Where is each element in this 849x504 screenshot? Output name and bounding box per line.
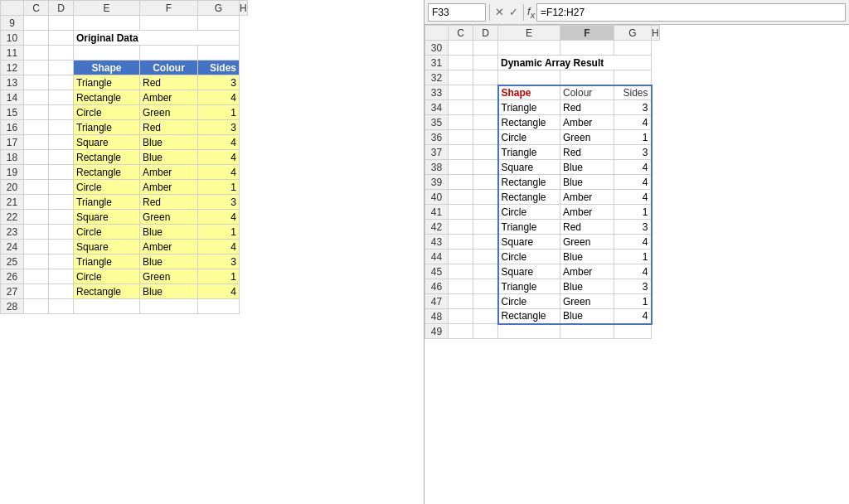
left-colour-24[interactable]: Amber <box>140 240 198 254</box>
left-data-D23[interactable] <box>49 225 74 240</box>
left-hdr-D[interactable] <box>49 61 74 75</box>
right-shape-43[interactable]: Square <box>498 235 560 250</box>
right-data-C37[interactable] <box>449 145 473 160</box>
left-colour-17[interactable]: Blue <box>140 135 198 150</box>
left-data-C25[interactable] <box>24 254 49 269</box>
right-sides-47[interactable]: 1 <box>614 294 652 309</box>
left-empty-28-1[interactable] <box>49 299 74 314</box>
left-colour-22[interactable]: Green <box>140 210 198 225</box>
right-data-D47[interactable] <box>473 294 498 309</box>
right-colour-47[interactable]: Green <box>560 294 614 309</box>
right-empty-32-2[interactable] <box>498 70 560 85</box>
right-colour-43[interactable]: Green <box>560 235 614 250</box>
right-data-C47[interactable] <box>449 294 473 309</box>
right-data-C38[interactable] <box>449 160 473 175</box>
right-data-D41[interactable] <box>473 205 498 220</box>
left-empty-11-2[interactable] <box>74 46 140 61</box>
left-data-D17[interactable] <box>49 135 74 150</box>
left-colour-18[interactable]: Blue <box>140 150 198 165</box>
left-shape-21[interactable]: Triangle <box>74 195 140 210</box>
formula-input[interactable] <box>536 3 846 22</box>
left-colour-27[interactable]: Blue <box>140 284 198 299</box>
left-data-C23[interactable] <box>24 225 49 240</box>
left-data-D18[interactable] <box>49 150 74 165</box>
right-colour-35[interactable]: Amber <box>560 115 614 130</box>
left-empty-11-0[interactable] <box>24 46 49 61</box>
left-colour-14[interactable]: Amber <box>140 90 198 105</box>
right-sides-45[interactable]: 4 <box>614 264 652 279</box>
right-data-C42[interactable] <box>449 220 473 235</box>
col-header-F[interactable]: F <box>140 1 198 16</box>
left-data-C13[interactable] <box>24 75 49 90</box>
right-data-D34[interactable] <box>473 100 498 115</box>
right-data-D37[interactable] <box>473 145 498 160</box>
left-data-C21[interactable] <box>24 195 49 210</box>
left-data-C14[interactable] <box>24 90 49 105</box>
right-data-D35[interactable] <box>473 115 498 130</box>
right-data-C43[interactable] <box>449 235 473 250</box>
left-sides-23[interactable]: 1 <box>198 225 240 240</box>
left-empty-28-3[interactable] <box>140 299 198 314</box>
left-empty-9-4[interactable] <box>198 16 240 31</box>
left-sides-20[interactable]: 1 <box>198 180 240 195</box>
left-sides-13[interactable]: 3 <box>198 75 240 90</box>
left-data-C27[interactable] <box>24 284 49 299</box>
left-colour-21[interactable]: Red <box>140 195 198 210</box>
right-shape-48[interactable]: Rectangle <box>498 309 560 324</box>
right-colour-45[interactable]: Amber <box>560 264 614 279</box>
left-sides-17[interactable]: 4 <box>198 135 240 150</box>
right-col-header-D[interactable]: D <box>473 26 498 41</box>
right-data-D36[interactable] <box>473 130 498 145</box>
left-data-D27[interactable] <box>49 284 74 299</box>
right-shape-39[interactable]: Rectangle <box>498 175 560 190</box>
right-colour-40[interactable]: Amber <box>560 190 614 205</box>
right-colour-38[interactable]: Blue <box>560 160 614 175</box>
right-empty-32-1[interactable] <box>473 70 498 85</box>
right-sides-35[interactable]: 4 <box>614 115 652 130</box>
right-shape-41[interactable]: Circle <box>498 205 560 220</box>
right-empty-30-1[interactable] <box>473 41 498 56</box>
left-data-D19[interactable] <box>49 165 74 180</box>
right-shape-46[interactable]: Triangle <box>498 279 560 294</box>
right-colour-42[interactable]: Red <box>560 220 614 235</box>
left-shape-15[interactable]: Circle <box>74 105 140 120</box>
left-data-D20[interactable] <box>49 180 74 195</box>
left-shape-27[interactable]: Rectangle <box>74 284 140 299</box>
left-colour-16[interactable]: Red <box>140 120 198 135</box>
right-sides-40[interactable]: 4 <box>614 190 652 205</box>
right-sides-34[interactable]: 3 <box>614 100 652 115</box>
right-col-header-C[interactable]: C <box>449 26 473 41</box>
left-data-D26[interactable] <box>49 269 74 284</box>
col-header-D[interactable]: D <box>49 1 74 16</box>
right-sides-43[interactable]: 4 <box>614 235 652 250</box>
left-cell-E10[interactable] <box>49 31 74 46</box>
right-sides-37[interactable]: 3 <box>614 145 652 160</box>
right-data-D46[interactable] <box>473 279 498 294</box>
right-data-D45[interactable] <box>473 264 498 279</box>
right-colour-44[interactable]: Blue <box>560 250 614 264</box>
left-colour-19[interactable]: Amber <box>140 165 198 180</box>
right-col-header-H[interactable]: H <box>652 26 660 41</box>
left-empty-9-2[interactable] <box>74 16 140 31</box>
right-empty-49-3[interactable] <box>560 324 614 339</box>
right-empty-32-3[interactable] <box>560 70 614 85</box>
right-sides-46[interactable]: 3 <box>614 279 652 294</box>
left-sides-24[interactable]: 4 <box>198 240 240 254</box>
left-data-C15[interactable] <box>24 105 49 120</box>
left-data-C26[interactable] <box>24 269 49 284</box>
right-sides-36[interactable]: 1 <box>614 130 652 145</box>
right-col-header-F[interactable]: F <box>560 26 614 41</box>
col-header-H[interactable]: H <box>240 1 248 16</box>
right-colour-36[interactable]: Green <box>560 130 614 145</box>
right-shape-45[interactable]: Square <box>498 264 560 279</box>
left-empty-9-0[interactable] <box>24 16 49 31</box>
right-shape-36[interactable]: Circle <box>498 130 560 145</box>
right-colour-39[interactable]: Blue <box>560 175 614 190</box>
left-empty-28-2[interactable] <box>74 299 140 314</box>
left-header-colour[interactable]: Colour <box>140 61 198 75</box>
left-empty-28-4[interactable] <box>198 299 240 314</box>
left-data-C22[interactable] <box>24 210 49 225</box>
left-cell-D10[interactable] <box>24 31 49 46</box>
right-shape-37[interactable]: Triangle <box>498 145 560 160</box>
right-data-C40[interactable] <box>449 190 473 205</box>
